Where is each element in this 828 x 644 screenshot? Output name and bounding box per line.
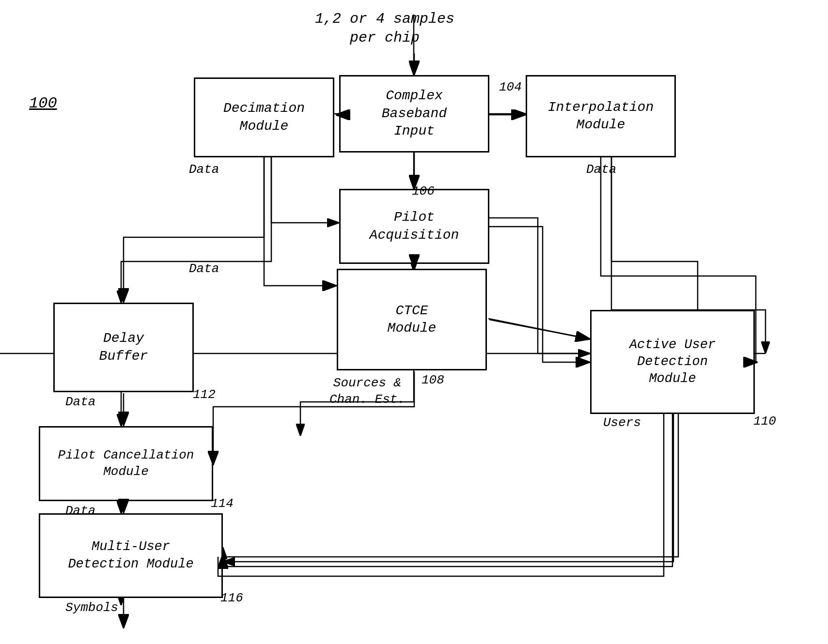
label-users: Users bbox=[603, 415, 641, 430]
label-data-4: Data bbox=[65, 395, 95, 409]
box-active-user: Active UserDetectionModule bbox=[590, 310, 755, 414]
label-symbols: Symbols bbox=[65, 600, 118, 615]
label-sources-chan: Sources &Chan. Est. bbox=[329, 375, 405, 408]
diagram: 100 1,2 or 4 samplesper chip ComplexBase… bbox=[0, 0, 828, 644]
box-interpolation: InterpolationModule bbox=[526, 75, 676, 157]
ref-110: 110 bbox=[753, 414, 776, 429]
box-ctce: CTCEModule bbox=[337, 269, 487, 370]
svg-line-19 bbox=[488, 319, 589, 339]
ref-104: 104 bbox=[499, 80, 522, 94]
ref-116: 116 bbox=[220, 591, 243, 605]
label-data-2: Data bbox=[586, 162, 616, 177]
ref-100: 100 bbox=[29, 94, 57, 112]
label-data-1: Data bbox=[189, 162, 219, 177]
box-pilot-cancel: Pilot CancellationModule bbox=[39, 426, 213, 501]
svg-line-7 bbox=[489, 320, 590, 339]
ref-112: 112 bbox=[193, 387, 216, 402]
ref-106: 106 bbox=[412, 184, 435, 199]
box-pilot-acq: PilotAcquisition bbox=[339, 189, 489, 264]
label-data-3: Data bbox=[189, 261, 219, 276]
box-baseband: ComplexBasebandInput bbox=[339, 75, 489, 153]
ref-108: 108 bbox=[422, 373, 444, 387]
ref-114: 114 bbox=[211, 496, 234, 511]
box-multi-user: Multi-UserDetection Module bbox=[39, 513, 223, 598]
box-delay-buffer: DelayBuffer bbox=[53, 303, 194, 392]
title-label: 1,2 or 4 samplesper chip bbox=[315, 10, 454, 47]
box-decimation: DecimationModule bbox=[194, 77, 334, 157]
